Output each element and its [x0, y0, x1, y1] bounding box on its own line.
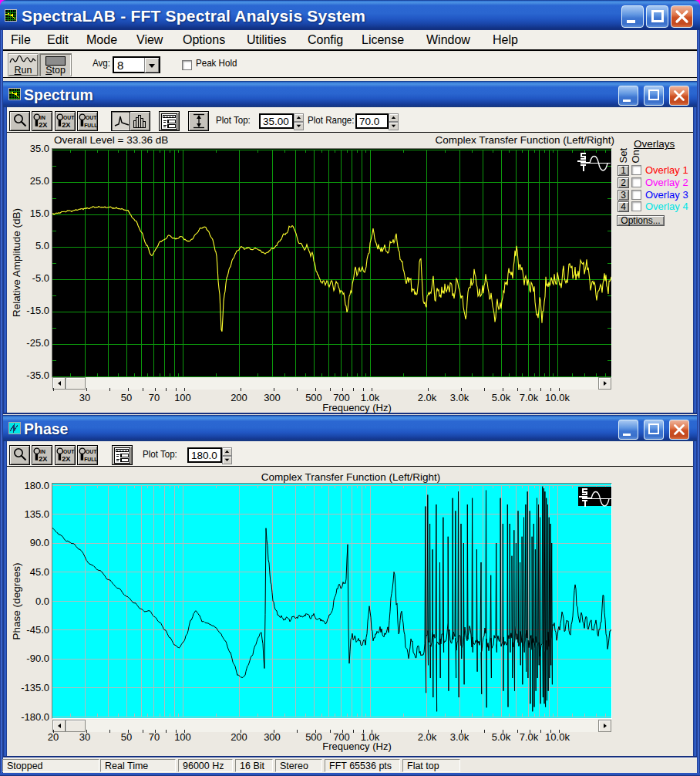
svg-text:FULL: FULL [84, 456, 97, 461]
svg-text:OUT: OUT [86, 114, 97, 120]
svg-text:FULL: FULL [84, 122, 97, 127]
svg-text:On: On [630, 150, 641, 163]
svg-text:2X: 2X [39, 455, 47, 463]
svg-text:OUT: OUT [86, 448, 97, 454]
svg-text:2X: 2X [62, 121, 70, 129]
svg-text:2X: 2X [62, 455, 70, 463]
svg-text:Set: Set [618, 148, 629, 164]
svg-text:2X: 2X [39, 121, 47, 129]
svg-text:OUT: OUT [63, 448, 75, 454]
svg-text:OUT: OUT [63, 114, 75, 120]
svg-text:IN: IN [40, 114, 45, 120]
svg-text:IN: IN [40, 448, 45, 454]
